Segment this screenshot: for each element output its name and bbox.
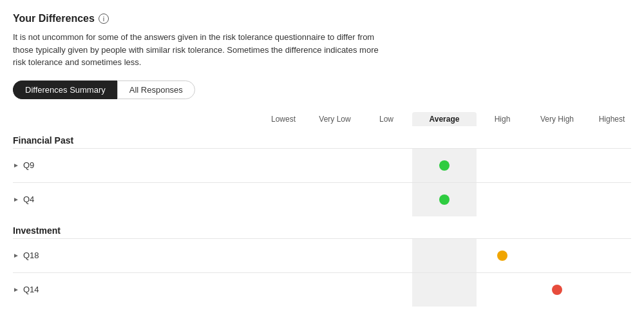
description: It is not uncommon for some of the answe… xyxy=(13,31,386,69)
cell-q14-average xyxy=(412,273,477,307)
cell-q18-low xyxy=(361,239,412,272)
cell-q14-low xyxy=(361,273,412,307)
row-label-q4[interactable]: ► Q4 xyxy=(13,187,258,212)
cell-q9-very-low xyxy=(309,149,361,182)
cell-q9-high xyxy=(477,149,528,182)
tabs-container: Differences Summary All Responses xyxy=(13,80,631,99)
info-icon[interactable]: i xyxy=(99,14,109,24)
cell-q14-lowest xyxy=(258,273,309,307)
differences-grid: Lowest Very Low Low Average High Very Hi… xyxy=(13,112,631,307)
cell-q18-lowest xyxy=(258,239,309,272)
table-row: ► Q9 xyxy=(13,148,631,182)
cell-q4-average xyxy=(412,183,477,216)
cell-q14-highest xyxy=(586,273,638,307)
cell-q14-very-high xyxy=(528,273,586,307)
page-title: Your Differences i xyxy=(13,13,631,24)
cell-q4-highest xyxy=(586,183,638,216)
cell-q18-average xyxy=(412,239,477,272)
table-row: ► Q4 xyxy=(13,182,631,216)
row-label-q14[interactable]: ► Q14 xyxy=(13,277,258,302)
cell-q14-very-low xyxy=(309,273,361,307)
section-financial-past-title: Financial Past xyxy=(13,135,258,146)
dot-q9 xyxy=(439,160,450,171)
header-average: Average xyxy=(412,112,477,126)
row-label-q9[interactable]: ► Q9 xyxy=(13,153,258,178)
dot-q18 xyxy=(497,251,507,261)
tab-differences-summary[interactable]: Differences Summary xyxy=(13,80,117,99)
grid-header: Lowest Very Low Low Average High Very Hi… xyxy=(13,112,631,129)
cell-q4-low xyxy=(361,183,412,216)
header-low: Low xyxy=(361,112,412,126)
cell-q18-highest xyxy=(586,239,638,272)
expand-icon-q4[interactable]: ► xyxy=(13,196,19,203)
table-row: ► Q14 xyxy=(13,272,631,307)
tab-all-responses[interactable]: All Responses xyxy=(117,80,195,99)
cell-q9-highest xyxy=(586,149,638,182)
cell-q4-very-high xyxy=(528,183,586,216)
header-very-high: Very High xyxy=(528,112,586,126)
expand-icon-q9[interactable]: ► xyxy=(13,162,19,169)
dot-q4 xyxy=(439,194,450,205)
expand-icon-q14[interactable]: ► xyxy=(13,286,19,293)
section-financial-past-header: Financial Past xyxy=(13,129,631,148)
section-investment-header: Investment xyxy=(13,219,631,238)
expand-icon-q18[interactable]: ► xyxy=(13,252,19,259)
cell-q9-low xyxy=(361,149,412,182)
cell-q18-very-high xyxy=(528,239,586,272)
cell-q4-very-low xyxy=(309,183,361,216)
dot-q14 xyxy=(552,285,562,295)
row-label-q18[interactable]: ► Q18 xyxy=(13,243,258,268)
cell-q4-lowest xyxy=(258,183,309,216)
header-lowest: Lowest xyxy=(258,112,309,126)
cell-q14-high xyxy=(477,273,528,307)
cell-q18-high xyxy=(477,239,528,272)
section-investment-title: Investment xyxy=(13,225,258,236)
cell-q9-very-high xyxy=(528,149,586,182)
cell-q18-very-low xyxy=(309,239,361,272)
header-very-low: Very Low xyxy=(309,112,361,126)
cell-q4-high xyxy=(477,183,528,216)
cell-q9-lowest xyxy=(258,149,309,182)
header-high: High xyxy=(477,112,528,126)
table-row: ► Q18 xyxy=(13,238,631,272)
cell-q9-average xyxy=(412,149,477,182)
header-empty xyxy=(13,112,258,126)
header-highest: Highest xyxy=(586,112,638,126)
